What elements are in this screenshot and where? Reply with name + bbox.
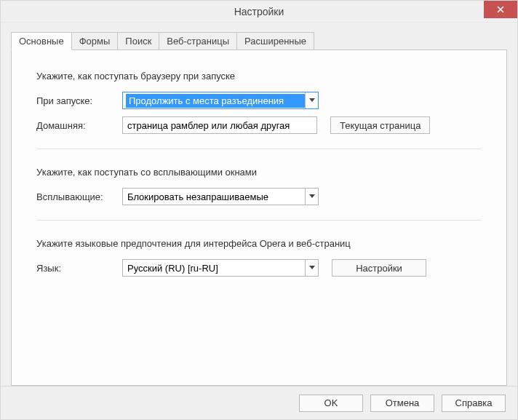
popups-label: Всплывающие: [36, 191, 122, 202]
settings-window: Настройки Основные Формы Поиск Веб-стран… [0, 0, 518, 420]
section-startup: Укажите, как поступать браузеру при запу… [36, 71, 482, 134]
startup-heading: Укажите, как поступать браузеру при запу… [36, 71, 482, 82]
tab-webpages[interactable]: Веб-страницы [159, 32, 237, 50]
help-button[interactable]: Справка [442, 395, 506, 412]
tab-main[interactable]: Основные [11, 32, 72, 50]
tab-panel-main: Укажите, как поступать браузеру при запу… [11, 49, 507, 386]
language-value: Русский (RU) [ru-RU] [126, 263, 305, 274]
homepage-input[interactable] [122, 116, 317, 134]
row-popups: Всплывающие: Блокировать незапрашиваемые [36, 188, 482, 205]
popups-value: Блокировать незапрашиваемые [126, 191, 305, 202]
on-startup-select[interactable]: Продолжить с места разъединения [122, 92, 319, 109]
dialog-footer: OK Отмена Справка [1, 386, 517, 419]
close-icon [497, 4, 504, 15]
popups-heading: Укажите, как поступать со всплывающими о… [36, 167, 482, 178]
row-language: Язык: Русский (RU) [ru-RU] Настройки [36, 259, 482, 277]
window-title: Настройки [1, 6, 517, 17]
divider [36, 148, 482, 149]
window-close-button[interactable] [484, 1, 517, 18]
chevron-down-icon [305, 92, 318, 108]
language-heading: Укажите языковые предпочтения для интерф… [36, 238, 482, 249]
row-on-startup: При запуске: Продолжить с места разъедин… [36, 92, 482, 109]
cancel-button[interactable]: Отмена [370, 395, 434, 412]
ok-button[interactable]: OK [299, 395, 363, 412]
title-bar: Настройки [1, 1, 517, 23]
chevron-down-icon [305, 189, 318, 205]
tab-webpages-label: Веб-страницы [167, 36, 229, 47]
tab-advanced[interactable]: Расширенные [236, 32, 314, 50]
tab-strip: Основные Формы Поиск Веб-страницы Расшир… [11, 31, 507, 50]
section-popups: Укажите, как поступать со всплывающими о… [36, 167, 482, 205]
language-settings-button[interactable]: Настройки [332, 259, 426, 277]
popups-select[interactable]: Блокировать незапрашиваемые [122, 188, 319, 205]
chevron-down-icon [305, 260, 318, 276]
on-startup-control: Продолжить с места разъединения [122, 92, 482, 109]
on-startup-value: Продолжить с места разъединения [126, 94, 305, 108]
client-area: Основные Формы Поиск Веб-страницы Расшир… [1, 23, 517, 386]
homepage-label: Домашняя: [36, 120, 122, 131]
tab-search-label: Поиск [125, 36, 151, 47]
tab-search[interactable]: Поиск [117, 32, 159, 50]
homepage-control: Текущая страница [122, 116, 482, 134]
tab-main-label: Основные [19, 36, 64, 47]
language-control: Русский (RU) [ru-RU] Настройки [122, 259, 482, 277]
divider [36, 220, 482, 221]
tab-forms-label: Формы [79, 36, 111, 47]
on-startup-label: При запуске: [36, 95, 122, 106]
tab-forms[interactable]: Формы [71, 32, 119, 50]
current-page-button[interactable]: Текущая страница [330, 116, 430, 134]
popups-control: Блокировать незапрашиваемые [122, 188, 482, 205]
language-label: Язык: [36, 263, 122, 274]
section-language: Укажите языковые предпочтения для интерф… [36, 238, 482, 277]
language-select[interactable]: Русский (RU) [ru-RU] [122, 259, 319, 277]
row-homepage: Домашняя: Текущая страница [36, 116, 482, 134]
tab-advanced-label: Расширенные [244, 36, 306, 47]
